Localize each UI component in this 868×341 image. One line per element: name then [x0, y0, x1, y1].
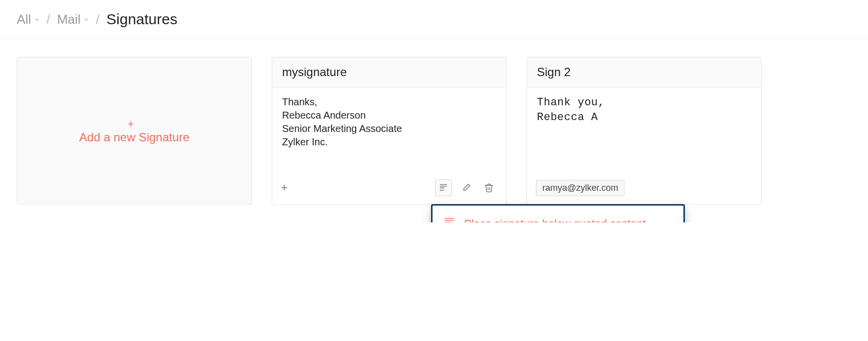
add-signature-card[interactable]: + Add a new Signature	[17, 57, 252, 205]
signature-card-footer: +	[272, 174, 506, 204]
signature-card-footer: ramya@zylker.com	[527, 175, 761, 204]
menu-item-below-quoted[interactable]: Place signature below quoted content	[435, 212, 680, 222]
signature-line: Thanks,	[282, 95, 496, 109]
delete-signature-button[interactable]	[481, 179, 497, 196]
assign-email-button[interactable]: +	[281, 181, 288, 194]
signature-line: Thank you,	[537, 95, 751, 110]
signature-position-menu: Place signature below quoted content Pla…	[431, 204, 685, 222]
chevron-down-icon	[84, 17, 89, 22]
signature-line: Rebecca A	[537, 110, 751, 125]
edit-signature-button[interactable]	[458, 179, 475, 196]
signature-below-icon	[443, 216, 455, 222]
breadcrumb-separator: /	[96, 12, 99, 27]
signatures-list: + Add a new Signature mysignature Thanks…	[0, 39, 868, 222]
breadcrumb-item-mail[interactable]: Mail	[57, 12, 89, 27]
plus-icon: +	[128, 118, 134, 130]
chevron-down-icon	[34, 17, 40, 22]
signature-preview: Thanks, Rebecca Anderson Senior Marketin…	[272, 87, 506, 174]
menu-item-label: Place signature below quoted content	[464, 217, 646, 222]
signature-line: Rebecca Anderson	[282, 109, 496, 122]
breadcrumb-label: Mail	[57, 12, 81, 27]
signature-position-button[interactable]	[435, 179, 452, 196]
signature-card: Sign 2 Thank you, Rebecca A ramya@zylker…	[527, 57, 762, 205]
signature-title: mysignature	[272, 57, 506, 87]
email-chip[interactable]: ramya@zylker.com	[536, 180, 625, 196]
signature-title: Sign 2	[527, 57, 761, 87]
signature-line: Zylker Inc.	[282, 135, 496, 149]
breadcrumb-item-all[interactable]: All	[17, 12, 40, 27]
breadcrumb-separator: /	[47, 12, 50, 27]
signature-card: mysignature Thanks, Rebecca Anderson Sen…	[272, 57, 507, 205]
add-signature-label: Add a new Signature	[79, 130, 190, 144]
signature-line: Senior Marketing Associate	[282, 122, 496, 135]
page-title: Signatures	[106, 11, 177, 28]
breadcrumb-label: All	[17, 12, 31, 27]
breadcrumb: All / Mail / Signatures	[0, 0, 868, 39]
signature-preview: Thank you, Rebecca A	[527, 87, 761, 175]
